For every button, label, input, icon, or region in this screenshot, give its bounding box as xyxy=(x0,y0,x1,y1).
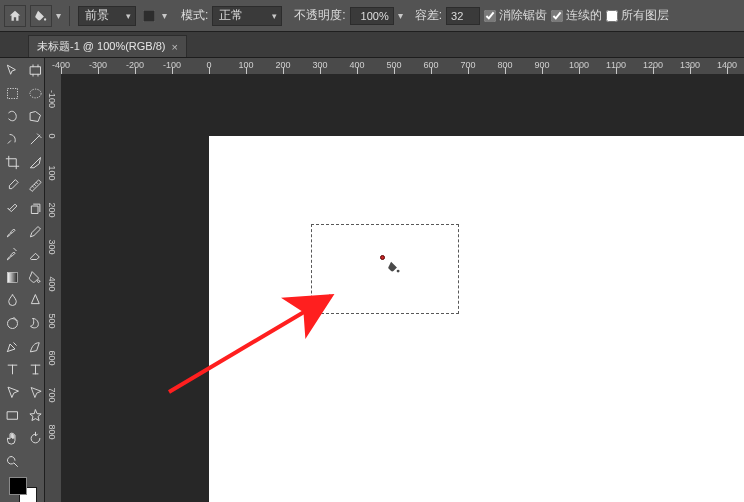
workspace: -400-300-200-100010020030040050060070080… xyxy=(0,58,744,502)
sample-dot-icon xyxy=(380,255,385,260)
ruler-v-label: 100 xyxy=(47,165,57,180)
tolerance-label: 容差: xyxy=(415,7,442,24)
ruler-v-label: 0 xyxy=(47,133,57,138)
history-brush[interactable] xyxy=(1,243,23,265)
tool-strip xyxy=(0,58,45,502)
zoom-tool[interactable] xyxy=(1,450,23,472)
healing-brush[interactable] xyxy=(1,197,23,219)
blend-mode-dropdown[interactable]: 正常 xyxy=(212,6,282,26)
fill-pattern-preview[interactable] xyxy=(140,5,158,27)
eraser-tool[interactable] xyxy=(24,243,46,265)
blend-mode-label: 模式: xyxy=(181,7,208,24)
ruler-v-label: 300 xyxy=(47,239,57,254)
text-tool[interactable] xyxy=(1,358,23,380)
path-select[interactable] xyxy=(1,381,23,403)
vertical-text[interactable] xyxy=(24,358,46,380)
ruler-v-label: 500 xyxy=(47,313,57,328)
selection-marquee xyxy=(311,224,459,314)
slice-tool[interactable] xyxy=(24,151,46,173)
gradient-tool[interactable] xyxy=(1,266,23,288)
rotate-view[interactable] xyxy=(24,427,46,449)
close-icon[interactable]: × xyxy=(172,41,178,53)
document-tab-bar: 未标题-1 @ 100%(RGB/8) × xyxy=(0,32,744,58)
all-layers-label: 所有图层 xyxy=(621,7,669,24)
document-tab-title: 未标题-1 @ 100%(RGB/8) xyxy=(37,39,166,54)
quick-select[interactable] xyxy=(1,128,23,150)
tolerance-input[interactable]: 32 xyxy=(446,7,480,25)
ruler-v-label: 200 xyxy=(47,202,57,217)
bucket-icon xyxy=(34,9,48,23)
direct-select[interactable] xyxy=(24,381,46,403)
paint-bucket-cursor-icon xyxy=(387,260,399,272)
svg-point-3 xyxy=(29,89,40,98)
opacity-input[interactable]: 100% xyxy=(350,7,394,25)
ruler-space: -400-300-200-100010020030040050060070080… xyxy=(45,58,744,502)
paint-bucket[interactable] xyxy=(24,266,46,288)
opacity-chevron-icon[interactable]: ▾ xyxy=(398,10,403,21)
canvas-area[interactable] xyxy=(61,74,744,502)
contiguous-input[interactable] xyxy=(551,10,563,22)
rect-marquee[interactable] xyxy=(1,82,23,104)
freeform-pen[interactable] xyxy=(24,335,46,357)
magic-wand[interactable] xyxy=(24,128,46,150)
brush-tool[interactable] xyxy=(1,220,23,242)
custom-shape[interactable] xyxy=(24,404,46,426)
foreground-swatch[interactable] xyxy=(9,477,27,495)
clone-stamp[interactable] xyxy=(24,197,46,219)
hand-tool[interactable] xyxy=(1,427,23,449)
sharpen-tool[interactable] xyxy=(24,289,46,311)
all-layers-input[interactable] xyxy=(606,10,618,22)
pen-tool[interactable] xyxy=(1,335,23,357)
artboard-tool[interactable] xyxy=(24,59,46,81)
document-canvas[interactable] xyxy=(209,136,744,502)
anti-alias-label: 消除锯齿 xyxy=(499,7,547,24)
fill-source-value: 前景 xyxy=(85,7,109,24)
blend-mode-value: 正常 xyxy=(219,7,243,24)
svg-rect-2 xyxy=(7,88,17,98)
ruler-v-label: 400 xyxy=(47,276,57,291)
opacity-value: 100% xyxy=(361,10,389,22)
fill-source-dropdown[interactable]: 前景 xyxy=(78,6,136,26)
spacer xyxy=(24,450,46,472)
poly-lasso[interactable] xyxy=(24,105,46,127)
home-button[interactable] xyxy=(4,5,26,27)
document-tab[interactable]: 未标题-1 @ 100%(RGB/8) × xyxy=(28,35,187,57)
color-swatches[interactable] xyxy=(9,477,39,502)
ruler-v-label: 800 xyxy=(47,424,57,439)
svg-point-5 xyxy=(397,270,400,273)
home-icon xyxy=(8,9,22,23)
contiguous-checkbox[interactable]: 连续的 xyxy=(551,7,602,24)
all-layers-checkbox[interactable]: 所有图层 xyxy=(606,7,669,24)
ruler-v-label: 600 xyxy=(47,350,57,365)
burn-tool[interactable] xyxy=(24,312,46,334)
crop-tool[interactable] xyxy=(1,151,23,173)
contiguous-label: 连续的 xyxy=(566,7,602,24)
horizontal-ruler[interactable]: -400-300-200-100010020030040050060070080… xyxy=(61,58,744,74)
ruler-v-label: 700 xyxy=(47,387,57,402)
lasso-tool[interactable] xyxy=(1,105,23,127)
pattern-icon xyxy=(143,10,155,22)
move-tool[interactable] xyxy=(1,59,23,81)
svg-rect-1 xyxy=(143,10,155,22)
eyedropper-tool[interactable] xyxy=(1,174,23,196)
ruler-tool[interactable] xyxy=(24,174,46,196)
opacity-label: 不透明度: xyxy=(294,7,345,24)
pencil-tool[interactable] xyxy=(24,220,46,242)
svg-point-0 xyxy=(44,18,46,20)
ruler-v-label: -100 xyxy=(47,90,57,108)
dodge-tool[interactable] xyxy=(1,312,23,334)
anti-alias-input[interactable] xyxy=(484,10,496,22)
svg-rect-4 xyxy=(7,272,17,282)
options-divider xyxy=(69,6,70,26)
anti-alias-checkbox[interactable]: 消除锯齿 xyxy=(484,7,547,24)
blur-tool[interactable] xyxy=(1,289,23,311)
tolerance-value: 32 xyxy=(451,10,463,22)
fill-pattern-swatch[interactable] xyxy=(30,5,52,27)
tool-preset-chevron-icon[interactable]: ▾ xyxy=(56,10,61,21)
options-bar: ▾ 前景 ▾ 模式: 正常 不透明度: 100% ▾ 容差: 32 消除锯齿 连… xyxy=(0,0,744,32)
rectangle-shape[interactable] xyxy=(1,404,23,426)
ellipse-marquee[interactable] xyxy=(24,82,46,104)
pattern-chevron-icon[interactable]: ▾ xyxy=(162,10,167,21)
vertical-ruler[interactable]: -1000100200300400500600700800 xyxy=(45,74,61,502)
